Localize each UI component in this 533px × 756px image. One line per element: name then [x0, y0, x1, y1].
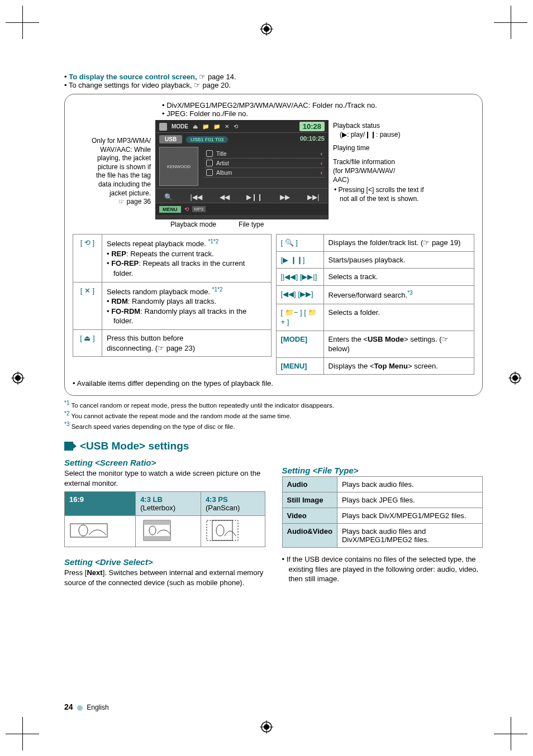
footnotes: *1 To cancel random or repeat mode, pres… — [64, 399, 483, 431]
top-bullet-2: JPEG: Folder no./File no. — [162, 109, 474, 118]
random-mode-key: [ ✕ ] — [73, 282, 102, 330]
artist-label: Artist — [216, 160, 229, 166]
search-key: [◀◀] [▶▶] — [276, 285, 323, 304]
screen-ratio-para: Select the monitor type to watch a wide … — [64, 468, 265, 488]
clock-display: 10:28 — [299, 122, 325, 131]
ratio-4-3-lb-icon — [140, 519, 174, 542]
play-pause-key: [▶ ❙❙] — [276, 251, 323, 269]
screen-ratio-heading: Setting <Screen Ratio> — [64, 458, 265, 467]
svg-rect-20 — [144, 536, 170, 540]
svg-rect-16 — [70, 524, 107, 537]
home-icon — [159, 123, 167, 131]
svg-point-24 — [216, 525, 224, 536]
playback-mode-label: Playback mode — [170, 221, 216, 228]
track-indicator: USB1 F01 T03 — [186, 136, 228, 143]
svg-point-17 — [79, 525, 88, 536]
section-title: <USB Mode> settings — [80, 440, 189, 452]
intro-line1-suffix: page 14. — [206, 73, 236, 81]
prev-track-icon: |◀◀ — [190, 193, 202, 201]
pointer-icon: ☞ — [118, 198, 125, 205]
top-bullet-1: DivX/MPEG1/MPEG2/MP3/WMA/WAV/AAC: Folder… — [162, 101, 474, 109]
registration-mark-icon — [508, 371, 522, 385]
rewind-icon: ◀◀ — [220, 193, 230, 201]
chevron-left-icon: ‹ — [321, 170, 322, 176]
search-icon: 🔍 — [164, 193, 173, 201]
note-icon — [206, 150, 213, 157]
forward-icon: ▶▶ — [280, 193, 290, 201]
controls-table-right: [ 🔍 ]Displays the folder/track list. (☞ … — [276, 234, 475, 375]
jacket-picture: KENWOOD — [159, 147, 198, 186]
file-type-table: AudioPlays back audio files. Still Image… — [282, 476, 483, 548]
eject-icon: ⏏ — [193, 123, 198, 130]
chevron-left-icon: ‹ — [321, 160, 322, 166]
chevron-left-icon: ‹ — [321, 151, 322, 157]
person-icon — [206, 160, 213, 166]
play-pause-icon: ▶❙❙ — [246, 193, 263, 201]
shuffle-icon: ✕ — [225, 123, 229, 130]
file-type-note: • If the USB device contains no files of… — [282, 554, 483, 584]
diagram-panel: DivX/MPEG1/MPEG2/MP3/WMA/WAV/AAC: Folder… — [64, 94, 483, 396]
device-screenshot: MODE ⏏ 📁 📁 ✕ ⟲ 10:28 USB USB1 F01 T03 00… — [155, 120, 329, 219]
registration-mark-icon — [260, 22, 273, 36]
pointer-icon: ☞ — [194, 81, 201, 89]
disc-icon — [206, 169, 213, 176]
registration-mark-icon — [11, 371, 25, 385]
file-type-heading: Setting <File Type> — [282, 466, 483, 475]
registration-mark-icon — [260, 720, 273, 734]
folder-minus-icon: 📁 — [202, 123, 209, 130]
source-label: USB — [159, 135, 182, 143]
drive-select-para: Press [Next]. Switches between internal … — [64, 568, 265, 587]
ratio-4-3-ps-icon — [206, 519, 239, 542]
ratio-table: 16:9 4:3 LB(Letterbox) 4:3 PS(PanScan) — [64, 491, 265, 547]
controls-table-left: [ ⟲ ] Selects repeat playback mode. *1*2… — [73, 234, 272, 357]
svg-rect-22 — [207, 520, 238, 540]
section-heading: <USB Mode> settings — [64, 440, 483, 452]
intro-line2-suffix: page 20. — [201, 81, 231, 89]
section-bullet-icon — [64, 442, 73, 451]
eject-key: [ ⏏ ] — [73, 330, 102, 357]
intro-line1-bold: To display the source control screen, — [69, 73, 199, 81]
play-time: 00:10:25 — [300, 135, 325, 142]
right-annotations: Playback status (▶: play/❙❙: pause) Play… — [333, 120, 428, 208]
page-footer: 24 English — [64, 702, 109, 711]
next-track-icon: ▶▶| — [307, 193, 319, 201]
album-label: Album — [216, 170, 232, 176]
ratio-16-9-icon — [69, 519, 108, 542]
file-type-label: File type — [239, 221, 264, 228]
menu-key: [MENU] — [276, 357, 323, 375]
filetype-badge: MP3 — [192, 206, 206, 212]
track-select-key: [|◀◀] [▶▶|] — [276, 269, 323, 286]
availability-note: Available items differ depending on the … — [73, 379, 474, 387]
svg-point-21 — [149, 526, 156, 535]
svg-rect-23 — [212, 520, 232, 540]
repeat-icon: ⟲ — [234, 123, 238, 130]
loop-indicator-icon: ⟲ — [184, 206, 189, 212]
jacket-note: Only for MP3/WMA/ WAV/AAC: While playing… — [73, 120, 151, 207]
folder-key: [ 📁− ] [ 📁+ ] — [276, 304, 323, 331]
mode-key: [MODE] — [276, 331, 323, 357]
footer-dot-icon — [77, 705, 83, 711]
menu-button: MENU — [159, 206, 181, 213]
drive-select-heading: Setting <Drive Select> — [64, 557, 265, 567]
title-label: Title — [216, 151, 227, 157]
pointer-icon: ☞ — [199, 73, 206, 81]
intro-line2-pre: To change settings for video playback, — [69, 81, 194, 89]
svg-rect-19 — [144, 520, 170, 525]
folder-plus-icon: 📁 — [213, 123, 220, 130]
repeat-mode-key: [ ⟲ ] — [73, 235, 102, 283]
intro-list: To display the source control screen, ☞ … — [64, 73, 483, 89]
list-key: [ 🔍 ] — [276, 235, 323, 252]
mode-label: MODE — [172, 123, 188, 130]
